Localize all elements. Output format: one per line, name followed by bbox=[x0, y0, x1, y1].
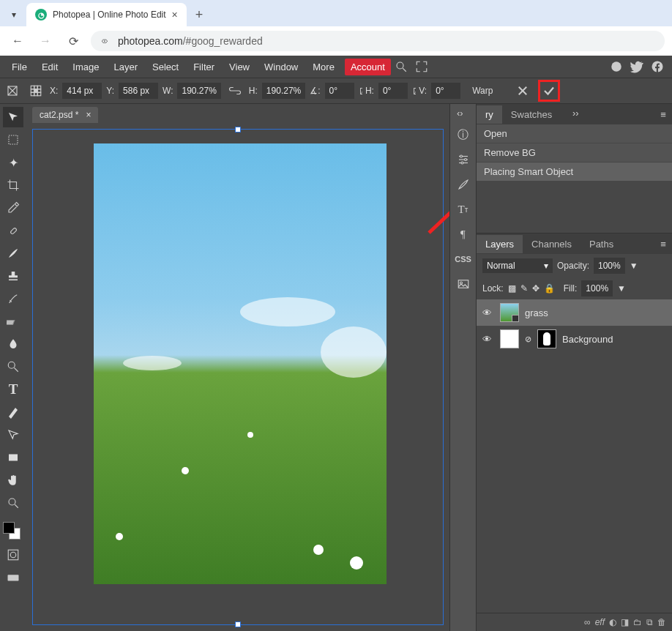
stamp-tool[interactable] bbox=[3, 266, 23, 286]
folder-icon[interactable]: 🗀 bbox=[633, 617, 642, 627]
new-layer-icon[interactable]: ⧉ bbox=[646, 617, 653, 627]
magic-wand-tool[interactable]: ✦ bbox=[3, 152, 23, 173]
transform-handle-bottom[interactable] bbox=[235, 621, 241, 627]
layer-row[interactable]: 👁 grass bbox=[477, 299, 672, 326]
menu-image[interactable]: Image bbox=[65, 58, 106, 76]
layer-thumb[interactable] bbox=[500, 329, 519, 348]
menu-filter[interactable]: Filter bbox=[186, 58, 222, 76]
trash-icon[interactable]: 🗑 bbox=[657, 617, 666, 627]
lock-transparency-icon[interactable]: ▩ bbox=[508, 283, 516, 294]
dropdown-icon[interactable]: ▼ bbox=[617, 283, 626, 294]
zoom-tool[interactable] bbox=[3, 493, 23, 513]
marquee-tool[interactable] bbox=[3, 130, 23, 150]
dropdown-icon[interactable]: ▼ bbox=[630, 261, 638, 271]
channels-tab[interactable]: Channels bbox=[523, 235, 580, 253]
lock-move-icon[interactable]: ✥ bbox=[532, 283, 540, 294]
close-icon[interactable]: × bbox=[86, 110, 91, 120]
reference-point-icon[interactable] bbox=[26, 81, 45, 100]
visibility-icon[interactable]: 👁 bbox=[482, 334, 494, 345]
cancel-transform-button[interactable] bbox=[512, 80, 534, 102]
close-icon[interactable]: × bbox=[172, 9, 178, 20]
layer-mask-thumb[interactable] bbox=[537, 329, 556, 348]
history-item[interactable]: Placing Smart Object bbox=[477, 163, 672, 182]
link-icon[interactable]: ⊘ bbox=[525, 335, 531, 344]
lock-all-icon[interactable]: 🔒 bbox=[544, 283, 555, 294]
x-field[interactable]: 414 px bbox=[62, 83, 102, 99]
adjust-panel-icon[interactable] bbox=[453, 149, 474, 170]
move-tool[interactable] bbox=[3, 107, 23, 127]
pen-tool[interactable] bbox=[3, 402, 23, 422]
eraser-tool[interactable] bbox=[3, 311, 23, 332]
history-item[interactable]: Remove BG bbox=[477, 143, 672, 163]
color-swatches[interactable] bbox=[3, 522, 23, 542]
keyboard-icon[interactable] bbox=[3, 567, 23, 588]
transform-handle-top[interactable] bbox=[235, 127, 241, 132]
history-item[interactable]: Open bbox=[477, 124, 672, 143]
eyedropper-tool[interactable] bbox=[3, 198, 23, 218]
panel-menu-icon[interactable]: ≡ bbox=[654, 109, 672, 120]
transform-box-icon[interactable] bbox=[3, 81, 22, 100]
panel-collapse-right-icon[interactable]: ›› bbox=[572, 108, 579, 119]
fx-icon[interactable]: eff bbox=[595, 617, 605, 627]
fullscreen-icon[interactable] bbox=[411, 60, 432, 73]
h-field[interactable]: 190.27% bbox=[262, 83, 305, 99]
fill-field[interactable]: 100% bbox=[581, 280, 613, 296]
url-bar[interactable]: ᯣ photopea.com/#goog_rewarded bbox=[91, 31, 665, 51]
site-info-icon[interactable]: ᯣ bbox=[101, 36, 111, 47]
warp-button[interactable]: Warp bbox=[472, 86, 493, 96]
confirm-transform-button[interactable] bbox=[538, 80, 560, 102]
search-icon[interactable] bbox=[391, 60, 411, 73]
new-tab-button[interactable]: + bbox=[195, 7, 204, 23]
info-panel-icon[interactable]: ⓘ bbox=[453, 124, 474, 145]
opacity-field[interactable]: 100% bbox=[594, 258, 625, 274]
layers-tab[interactable]: Layers bbox=[477, 235, 523, 253]
y-field[interactable]: 586 px bbox=[119, 83, 158, 99]
adjustment-layer-icon[interactable]: ◨ bbox=[621, 617, 629, 627]
reload-button[interactable]: ⟳ bbox=[63, 31, 83, 51]
w-field[interactable]: 190.27% bbox=[177, 83, 220, 99]
menu-window[interactable]: Window bbox=[257, 58, 305, 76]
menu-layer[interactable]: Layer bbox=[107, 58, 146, 76]
forward-button[interactable]: → bbox=[35, 31, 56, 51]
visibility-icon[interactable]: 👁 bbox=[482, 307, 494, 318]
back-button[interactable]: ← bbox=[7, 31, 28, 51]
menu-more[interactable]: More bbox=[305, 58, 342, 76]
swatches-tab[interactable]: Swatches bbox=[502, 105, 561, 124]
menu-select[interactable]: Select bbox=[145, 58, 186, 76]
facebook-icon[interactable] bbox=[647, 60, 668, 73]
layer-name[interactable]: grass bbox=[525, 307, 548, 318]
canvas-area[interactable] bbox=[26, 123, 449, 631]
skewh-field[interactable]: 0° bbox=[378, 83, 408, 99]
link-layers-icon[interactable]: ∞ bbox=[584, 617, 591, 627]
blur-tool[interactable] bbox=[3, 334, 23, 354]
menu-file[interactable]: File bbox=[4, 58, 34, 76]
layer-name[interactable]: Background bbox=[562, 334, 613, 345]
menu-view[interactable]: View bbox=[222, 58, 257, 76]
dodge-tool[interactable] bbox=[3, 356, 23, 377]
blend-mode-select[interactable]: Normal▾ bbox=[482, 258, 553, 273]
menu-edit[interactable]: Edit bbox=[34, 58, 65, 76]
doc-tab[interactable]: cat2.psd * × bbox=[32, 107, 98, 123]
hand-tool[interactable] bbox=[3, 470, 23, 490]
mask-icon[interactable]: ◐ bbox=[609, 617, 616, 627]
reddit-icon[interactable] bbox=[606, 60, 627, 73]
paths-tab[interactable]: Paths bbox=[580, 235, 622, 253]
quick-mask-icon[interactable] bbox=[3, 545, 23, 565]
history-brush-tool[interactable] bbox=[3, 288, 23, 309]
brush-tool[interactable] bbox=[3, 243, 23, 264]
twitter-icon[interactable] bbox=[627, 60, 647, 73]
brush-panel-icon[interactable] bbox=[453, 174, 474, 195]
rot-field[interactable]: 0° bbox=[325, 83, 354, 99]
image-panel-icon[interactable] bbox=[453, 274, 474, 294]
history-tab[interactable]: ry bbox=[477, 105, 502, 124]
shape-tool[interactable] bbox=[3, 447, 23, 468]
menu-account[interactable]: Account bbox=[345, 59, 391, 75]
panel-collapse-left-icon[interactable]: ‹› bbox=[457, 108, 463, 119]
lock-paint-icon[interactable]: ✎ bbox=[520, 283, 528, 294]
type-tool[interactable]: T bbox=[3, 379, 23, 400]
healing-tool[interactable] bbox=[3, 220, 23, 241]
path-select-tool[interactable] bbox=[3, 425, 23, 445]
css-panel-icon[interactable]: CSS bbox=[453, 249, 474, 269]
layer-row[interactable]: 👁 ⊘ Background bbox=[477, 326, 672, 352]
paragraph-panel-icon[interactable]: ¶ bbox=[453, 224, 474, 244]
